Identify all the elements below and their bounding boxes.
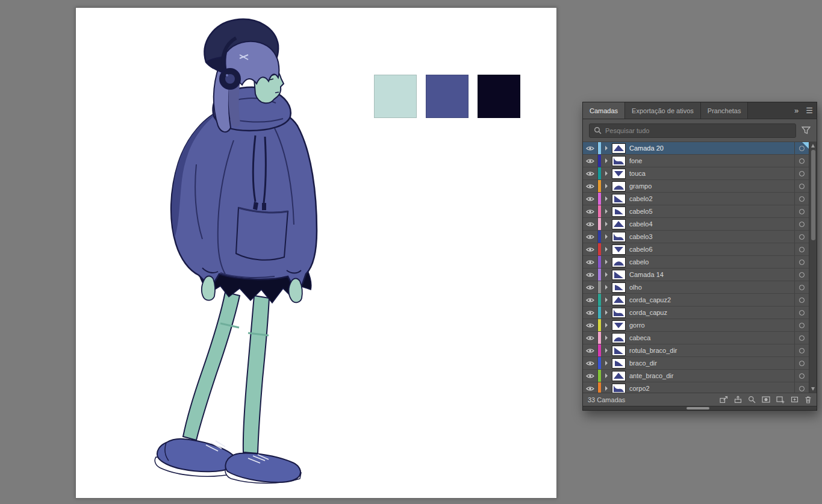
- layer-thumbnail[interactable]: [612, 333, 626, 343]
- sneaker-far[interactable]: [225, 453, 301, 484]
- target-cell[interactable]: [794, 155, 809, 167]
- filter-icon[interactable]: [802, 126, 811, 134]
- layer-row[interactable]: ante_braco_dir: [583, 370, 809, 382]
- layer-row[interactable]: cabelo5: [583, 205, 809, 218]
- target-cell[interactable]: [794, 167, 809, 179]
- expand-toggle[interactable]: [601, 361, 611, 366]
- layer-row[interactable]: braco_dir: [583, 357, 809, 370]
- tab-pranchetas[interactable]: Pranchetas: [701, 102, 749, 119]
- layer-thumbnail[interactable]: [612, 232, 626, 242]
- locate-object-icon[interactable]: [720, 396, 728, 403]
- expand-toggle[interactable]: [601, 260, 611, 264]
- collect-for-export-icon[interactable]: [734, 396, 742, 403]
- expand-toggle[interactable]: [601, 196, 611, 201]
- scrollbar-thumb[interactable]: [811, 150, 815, 240]
- target-cell[interactable]: [794, 205, 809, 217]
- visibility-toggle[interactable]: [583, 382, 598, 393]
- scroll-up-icon[interactable]: [811, 144, 815, 148]
- visibility-toggle[interactable]: [583, 142, 598, 154]
- expand-toggle[interactable]: [601, 272, 611, 277]
- visibility-toggle[interactable]: [583, 319, 598, 331]
- sneaker-near[interactable]: [155, 439, 235, 476]
- vertical-scrollbar[interactable]: [809, 142, 817, 393]
- expand-toggle[interactable]: [601, 171, 611, 176]
- layer-thumbnail[interactable]: [612, 143, 626, 154]
- visibility-toggle[interactable]: [583, 269, 598, 281]
- target-cell[interactable]: [794, 382, 809, 393]
- color-swatch-blue-purple[interactable]: [426, 75, 469, 118]
- layer-thumbnail[interactable]: [612, 270, 626, 280]
- layer-row[interactable]: corda_capuz2: [583, 294, 809, 306]
- new-layer-icon[interactable]: [791, 396, 799, 403]
- tab-exportacao-de-ativos[interactable]: Exportação de ativos: [625, 102, 701, 119]
- expand-toggle[interactable]: [601, 158, 611, 163]
- color-swatch-light-teal[interactable]: [374, 75, 417, 118]
- layer-thumbnail[interactable]: [612, 194, 626, 204]
- layer-thumbnail[interactable]: [612, 169, 626, 179]
- layer-thumbnail[interactable]: [612, 244, 626, 255]
- expand-toggle[interactable]: [601, 234, 611, 239]
- layer-row[interactable]: cabelo4: [583, 218, 809, 231]
- expand-toggle[interactable]: [601, 184, 611, 188]
- clipping-mask-icon[interactable]: [762, 396, 770, 403]
- visibility-toggle[interactable]: [583, 332, 598, 344]
- expand-toggle[interactable]: [601, 297, 611, 302]
- target-cell[interactable]: [794, 218, 809, 230]
- layer-row[interactable]: cabelo3: [583, 231, 809, 243]
- color-swatch-dark-navy[interactable]: [478, 75, 520, 118]
- horizontal-scrollbar[interactable]: [583, 406, 817, 410]
- layer-row[interactable]: corda_capuz: [583, 306, 809, 319]
- artboard-canvas[interactable]: [75, 7, 557, 499]
- visibility-toggle[interactable]: [583, 180, 598, 192]
- layer-row[interactable]: cabelo: [583, 256, 809, 269]
- target-cell[interactable]: [794, 281, 809, 293]
- target-cell[interactable]: [794, 256, 809, 268]
- panel-menu-icon[interactable]: ☰: [802, 102, 817, 119]
- visibility-toggle[interactable]: [583, 370, 598, 382]
- new-sublayer-icon[interactable]: [776, 396, 785, 403]
- target-cell[interactable]: [794, 231, 809, 243]
- search-input[interactable]: [605, 127, 791, 134]
- layer-thumbnail[interactable]: [612, 219, 626, 229]
- layer-row[interactable]: cabeca: [583, 332, 809, 344]
- visibility-toggle[interactable]: [583, 256, 598, 268]
- layer-thumbnail[interactable]: [612, 358, 626, 369]
- expand-toggle[interactable]: [601, 323, 611, 328]
- expand-toggle[interactable]: [601, 209, 611, 214]
- visibility-toggle[interactable]: [583, 167, 598, 179]
- expand-toggle[interactable]: [601, 146, 611, 151]
- horizontal-scrollbar-thumb[interactable]: [687, 407, 709, 409]
- target-cell[interactable]: [794, 357, 809, 369]
- visibility-toggle[interactable]: [583, 281, 598, 293]
- expand-toggle[interactable]: [601, 285, 611, 290]
- layer-row[interactable]: Camada 20: [583, 142, 809, 155]
- target-cell[interactable]: [794, 306, 809, 319]
- target-cell[interactable]: [794, 370, 809, 382]
- visibility-toggle[interactable]: [583, 155, 598, 167]
- visibility-toggle[interactable]: [583, 205, 598, 217]
- panel-overflow-icon[interactable]: »: [791, 102, 802, 119]
- layer-row[interactable]: touca: [583, 167, 809, 180]
- target-cell[interactable]: [794, 319, 809, 331]
- visibility-toggle[interactable]: [583, 357, 598, 369]
- layer-thumbnail[interactable]: [612, 295, 626, 305]
- target-cell[interactable]: [794, 344, 809, 356]
- hoodie[interactable]: [171, 105, 317, 287]
- layer-row[interactable]: grampo: [583, 180, 809, 193]
- visibility-toggle[interactable]: [583, 218, 598, 230]
- layer-thumbnail[interactable]: [612, 384, 626, 393]
- layer-thumbnail[interactable]: [612, 282, 626, 293]
- layer-thumbnail[interactable]: [612, 346, 626, 356]
- layer-thumbnail[interactable]: [612, 207, 626, 217]
- visibility-toggle[interactable]: [583, 294, 598, 306]
- expand-toggle[interactable]: [601, 222, 611, 226]
- layer-row[interactable]: Camada 14: [583, 269, 809, 281]
- hoodie-pocket[interactable]: [236, 208, 288, 260]
- expand-toggle[interactable]: [601, 373, 611, 378]
- layer-row[interactable]: cabelo2: [583, 193, 809, 205]
- layer-thumbnail[interactable]: [612, 371, 626, 381]
- visibility-toggle[interactable]: [583, 193, 598, 205]
- visibility-toggle[interactable]: [583, 243, 598, 255]
- target-cell[interactable]: [794, 193, 809, 205]
- target-cell[interactable]: [794, 332, 809, 344]
